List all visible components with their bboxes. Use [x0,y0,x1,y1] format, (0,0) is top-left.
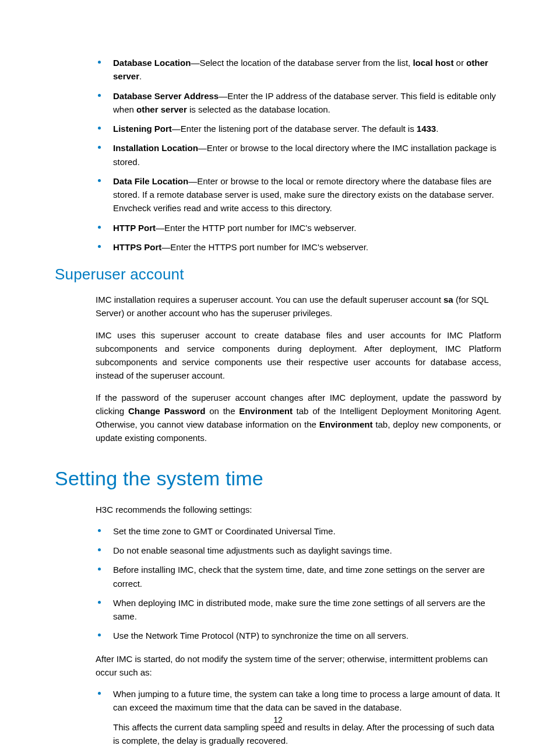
term: HTTP Port [113,223,156,233]
list-item: Installation Location—Enter or browse to… [96,141,501,169]
bold-text: Environment [239,406,293,416]
paragraph: IMC installation requires a superuser ac… [96,293,501,320]
text: on the [206,406,240,416]
list-item: Listening Port—Enter the listening port … [96,122,501,135]
paragraph: H3C recommends the following settings: [96,503,501,516]
text: IMC installation requires a superuser ac… [96,295,444,304]
bold-text: local host [413,58,453,68]
text: —Enter the HTTPS port number for IMC's w… [161,242,368,252]
list-item: Data File Location—Enter or browse to th… [96,174,501,215]
term: HTTPS Port [113,242,161,252]
list-item: Set the time zone to GMT or Coordinated … [96,524,501,538]
term: Data File Location [113,176,188,186]
paragraph: After IMC is started, do not modify the … [96,652,501,680]
term: Listening Port [113,124,172,134]
text: . [139,71,142,81]
document-page: Database Location—Select the location of… [0,0,556,756]
list-item: Database Server Address—Enter the IP add… [96,89,501,117]
list-item: Do not enable seasonal time adjustments … [96,544,501,557]
bold-text: Environment [319,419,373,429]
bold-text: other server [136,104,187,114]
bold-text: 1433 [417,124,436,134]
list-item: When deploying IMC in distributed mode, … [96,596,501,624]
heading-setting-system-time: Setting the system time [55,467,501,490]
text: —Select the location of the database ser… [191,58,413,68]
text: or [453,58,466,68]
bold-text: Change Password [128,406,206,416]
definition-list-1: Database Location—Select the location of… [96,56,501,254]
content-block-superuser: IMC installation requires a superuser ac… [96,293,501,445]
term: Database Server Address [113,91,219,101]
page-number: 12 [0,715,556,724]
list-item: HTTP Port—Enter the HTTP port number for… [96,221,501,235]
list-item: Use the Network Time Protocol (NTP) to s… [96,629,501,642]
recommendations-list: Set the time zone to GMT or Coordinated … [96,524,501,643]
term: Installation Location [113,143,198,153]
list-item: Database Location—Select the location of… [96,56,501,83]
content-block-systemtime: H3C recommends the following settings: S… [96,503,501,748]
content-block-top: Database Location—Select the location of… [96,56,501,254]
heading-superuser-account: Superuser account [55,265,501,284]
list-item: HTTPS Port—Enter the HTTPS port number f… [96,240,501,254]
text: is selected as the database location. [187,104,330,114]
term: Database Location [113,58,191,68]
text: —Enter the listening port of the databas… [172,124,417,134]
paragraph: IMC uses this superuser account to creat… [96,328,501,383]
text: —Enter the HTTP port number for IMC's we… [156,223,356,233]
bold-text: sa [444,295,453,304]
text: When jumping to a future time, the syste… [113,689,500,712]
text: . [436,124,438,134]
list-item: Before installing IMC, check that the sy… [96,563,501,590]
paragraph: If the password of the superuser account… [96,391,501,445]
